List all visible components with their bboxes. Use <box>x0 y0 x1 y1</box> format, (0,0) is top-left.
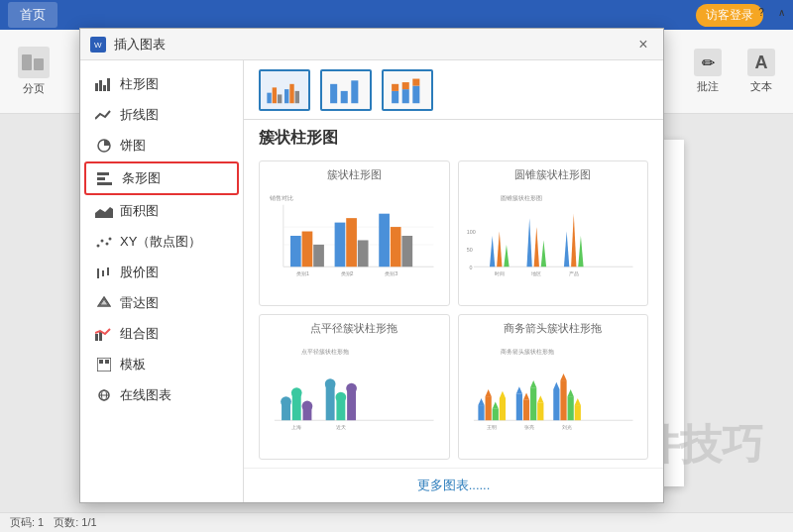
svg-rect-42 <box>402 89 409 103</box>
sidebar-item-bar-chart[interactable]: 柱形图 <box>84 69 239 99</box>
svg-marker-13 <box>95 207 113 218</box>
svg-text:刘光: 刘光 <box>561 424 571 430</box>
sidebar-item-radar-label: 雷达图 <box>120 294 159 312</box>
svg-marker-119 <box>567 389 573 396</box>
dialog-title-icon: W <box>90 37 106 53</box>
svg-text:张亮: 张亮 <box>524 424 534 430</box>
area-chart-icon <box>94 204 114 218</box>
dialog-sidebar: 柱形图 折线图 <box>80 60 244 502</box>
svg-marker-73 <box>540 240 545 266</box>
svg-marker-76 <box>578 236 583 266</box>
dialog-title-text: 插入图表 <box>114 36 625 53</box>
chart-card-arrow-visual: 商务箭头簇状柱形拖 <box>465 340 642 439</box>
more-charts-link[interactable]: 更多图表...... <box>244 468 663 502</box>
svg-text:销售对比: 销售对比 <box>269 194 293 201</box>
svg-marker-113 <box>537 395 543 402</box>
chart-card-cluster[interactable]: 簇状柱形图 销售对比 <box>259 160 450 306</box>
sidebar-item-scatter-chart[interactable]: XY（散点图） <box>84 227 239 257</box>
chart-thumb-1[interactable] <box>259 69 310 111</box>
sidebar-item-scatter-label: XY（散点图） <box>120 233 201 251</box>
svg-rect-35 <box>289 83 293 102</box>
svg-text:50: 50 <box>466 247 472 253</box>
svg-point-15 <box>101 239 104 242</box>
svg-rect-36 <box>295 90 299 102</box>
svg-rect-92 <box>347 389 356 420</box>
svg-text:点平径簇状柱形拖: 点平径簇状柱形拖 <box>301 348 349 355</box>
svg-text:时间: 时间 <box>494 270 504 276</box>
svg-rect-55 <box>346 218 357 266</box>
svg-rect-104 <box>499 398 505 420</box>
svg-rect-59 <box>401 236 412 266</box>
svg-text:商务箭头簇状柱形拖: 商务箭头簇状柱形拖 <box>500 348 553 355</box>
svg-rect-7 <box>103 85 106 91</box>
svg-rect-110 <box>530 387 536 420</box>
insert-chart-dialog: W 插入图表 × 柱形 <box>79 28 664 503</box>
chart-thumb-3[interactable] <box>382 69 433 111</box>
chart-card-cluster-visual: 销售对比 <box>266 186 443 285</box>
svg-marker-109 <box>522 393 528 400</box>
svg-rect-102 <box>492 409 498 421</box>
chart-thumb-2[interactable] <box>320 69 372 111</box>
sidebar-item-bar-horiz[interactable]: 条形图 <box>84 161 239 195</box>
chart-card-cone[interactable]: 圆锥簇状柱形图 圆锥簇状柱形图 0 50 100 <box>458 160 649 306</box>
chart-card-dot-visual: 点平径簇状柱形拖 <box>266 340 443 439</box>
svg-marker-101 <box>485 389 491 396</box>
svg-point-85 <box>291 387 302 398</box>
svg-text:100: 100 <box>466 229 475 235</box>
sidebar-item-bar-chart-label: 柱形图 <box>120 75 159 93</box>
svg-rect-44 <box>412 85 419 103</box>
sidebar-item-template[interactable]: 模板 <box>84 350 239 379</box>
sidebar-item-online-chart[interactable]: 在线图表 <box>84 380 239 410</box>
dialog-close-button[interactable]: × <box>633 35 653 54</box>
sidebar-item-stock-chart[interactable]: 股价图 <box>84 258 239 287</box>
template-icon <box>94 358 114 372</box>
radar-chart-icon <box>94 296 114 310</box>
svg-marker-111 <box>530 380 536 387</box>
svg-marker-115 <box>553 382 559 389</box>
svg-text:地区: 地区 <box>530 270 541 276</box>
svg-rect-12 <box>97 182 112 185</box>
sidebar-item-online-label: 在线图表 <box>120 386 171 404</box>
svg-marker-74 <box>563 232 568 267</box>
dialog-titlebar: W 插入图表 × <box>80 29 663 60</box>
sidebar-item-combo-label: 组合图 <box>120 325 159 343</box>
sidebar-item-area-label: 面积图 <box>120 202 159 220</box>
svg-marker-71 <box>526 218 531 266</box>
svg-text:类别2: 类别2 <box>341 270 354 276</box>
svg-text:W: W <box>94 41 102 50</box>
scatter-chart-icon <box>94 235 114 249</box>
sidebar-item-template-label: 模板 <box>120 356 146 373</box>
sidebar-item-combo-chart[interactable]: 组合图 <box>84 319 239 349</box>
svg-rect-100 <box>485 396 491 420</box>
svg-rect-120 <box>574 405 580 420</box>
dialog-overlay: W 插入图表 × 柱形 <box>0 0 793 532</box>
svg-rect-11 <box>97 177 105 180</box>
chart-card-dot-cluster[interactable]: 点平径簇状柱形拖 点平径簇状柱形拖 <box>259 314 450 460</box>
svg-rect-45 <box>412 78 419 85</box>
stock-chart-icon <box>94 266 114 279</box>
svg-point-87 <box>302 401 313 412</box>
svg-rect-118 <box>567 396 573 420</box>
chart-section-title: 簇状柱形图 <box>244 120 663 153</box>
svg-rect-106 <box>515 393 521 420</box>
svg-text:0: 0 <box>469 265 472 270</box>
svg-point-83 <box>281 396 291 407</box>
svg-rect-37 <box>330 83 337 102</box>
chart-card-arrow-cluster[interactable]: 商务箭头簇状柱形拖 商务箭头簇状柱形拖 <box>458 314 649 460</box>
svg-rect-5 <box>95 83 98 91</box>
svg-rect-114 <box>553 389 559 420</box>
svg-rect-108 <box>522 400 528 421</box>
svg-rect-23 <box>95 334 98 341</box>
svg-text:圆锥簇状柱形图: 圆锥簇状柱形图 <box>500 194 541 201</box>
sidebar-item-area-chart[interactable]: 面积图 <box>84 196 239 226</box>
svg-rect-88 <box>326 385 335 421</box>
sidebar-item-line-chart[interactable]: 折线图 <box>84 100 239 130</box>
sidebar-item-pie-chart[interactable]: 饼图 <box>84 131 239 160</box>
sidebar-item-pie-label: 饼图 <box>120 137 146 155</box>
svg-marker-70 <box>504 245 509 266</box>
svg-text:产品: 产品 <box>568 270 578 276</box>
svg-point-17 <box>109 237 112 240</box>
sidebar-item-radar-chart[interactable]: 雷达图 <box>84 288 239 318</box>
svg-rect-10 <box>97 172 109 175</box>
chart-card-cone-title: 圆锥簇状柱形图 <box>465 167 642 182</box>
